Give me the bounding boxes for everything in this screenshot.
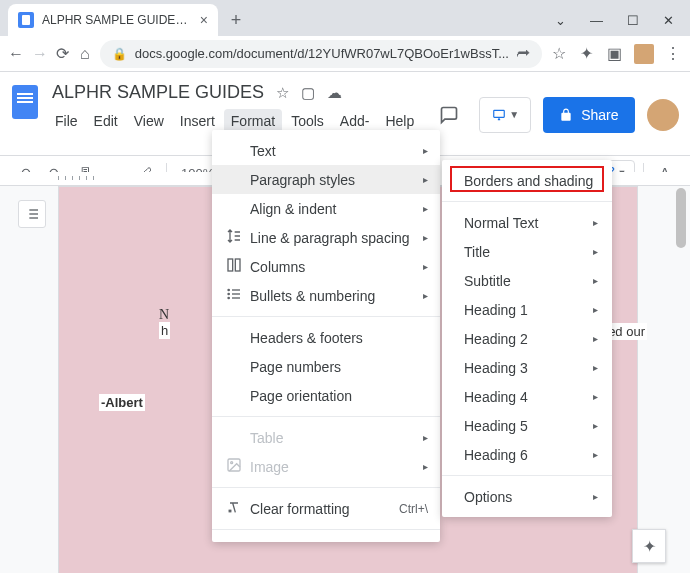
share-label: Share [581,107,618,123]
menu-item-page-orientation[interactable]: Page orientation [212,381,440,410]
submenu-arrow-icon: ▸ [423,461,428,472]
submenu-title[interactable]: Title ▸ [442,237,612,266]
svg-rect-7 [228,259,233,271]
submenu-arrow-icon: ▸ [593,333,598,344]
minimize-icon[interactable]: — [590,13,603,28]
svg-rect-13 [232,293,240,294]
menu-file[interactable]: File [48,109,85,149]
submenu-arrow-icon: ▸ [593,491,598,502]
menu-item-line-spacing[interactable]: Line & paragraph spacing ▸ [212,223,440,252]
submenu-arrow-icon: ▸ [423,232,428,243]
document-title[interactable]: ALPHR SAMPLE GUIDES [48,80,268,105]
browser-tab[interactable]: ALPHR SAMPLE GUIDES - Google × [8,4,218,36]
submenu-heading-4[interactable]: Heading 4 ▸ [442,382,612,411]
svg-point-16 [231,462,233,464]
submenu-heading-3[interactable]: Heading 3 ▸ [442,353,612,382]
menu-view[interactable]: View [127,109,171,149]
svg-rect-8 [235,259,240,271]
extensions-area: ☆ ✦ ▣ ⋮ [550,44,682,64]
submenu-arrow-icon: ▸ [593,420,598,431]
submenu-heading-5[interactable]: Heading 5 ▸ [442,411,612,440]
explore-button[interactable]: ✦ [632,529,666,563]
window-controls: ⌄ — ☐ ✕ [555,13,690,28]
clear-format-icon [226,499,250,518]
share-button[interactable]: Share [543,97,634,133]
svg-rect-0 [494,110,505,117]
line-spacing-icon [226,228,250,247]
submenu-heading-2[interactable]: Heading 2 ▸ [442,324,612,353]
submenu-arrow-icon: ▸ [593,275,598,286]
image-icon [226,457,250,476]
back-button[interactable]: ← [8,42,24,66]
submenu-arrow-icon: ▸ [423,174,428,185]
submenu-subtitle[interactable]: Subtitle ▸ [442,266,612,295]
chrome-menu-icon[interactable]: ⋮ [664,45,682,63]
menu-item-headers-footers[interactable]: Headers & footers [212,323,440,352]
paragraph-styles-submenu: Borders and shading Normal Text ▸ Title … [442,160,612,517]
submenu-heading-1[interactable]: Heading 1 ▸ [442,295,612,324]
profile-avatar-icon[interactable] [634,44,654,64]
home-button[interactable]: ⌂ [78,42,92,66]
submenu-heading-6[interactable]: Heading 6 ▸ [442,440,612,469]
submenu-arrow-icon: ▸ [423,290,428,301]
lock-icon: 🔒 [112,47,127,61]
menu-item-align-indent[interactable]: Align & indent ▸ [212,194,440,223]
submenu-arrow-icon: ▸ [593,449,598,460]
comments-history-icon[interactable] [431,97,467,133]
star-document-icon[interactable]: ☆ [276,84,289,102]
browser-toolbar: ← → ⟳ ⌂ 🔒 docs.google.com/document/d/12Y… [0,36,690,72]
menu-item-text[interactable]: Text ▸ [212,136,440,165]
menu-item-clear-formatting[interactable]: Clear formatting Ctrl+\ [212,494,440,523]
share-url-icon[interactable]: ⮫ [517,46,530,61]
forward-button[interactable]: → [32,42,48,66]
menu-item-image[interactable]: Image ▸ [212,452,440,481]
present-button[interactable]: ▼ [479,97,531,133]
bullets-icon [226,286,250,305]
address-bar[interactable]: 🔒 docs.google.com/document/d/12YUfWR07wL… [100,40,542,68]
user-avatar[interactable] [647,99,679,131]
maximize-icon[interactable]: ☐ [627,13,639,28]
menu-item-columns[interactable]: Columns ▸ [212,252,440,281]
submenu-arrow-icon: ▸ [593,217,598,228]
menu-item-paragraph-styles[interactable]: Paragraph styles ▸ [212,165,440,194]
new-tab-button[interactable]: + [222,6,250,34]
docs-logo[interactable] [12,84,38,120]
close-window-icon[interactable]: ✕ [663,13,674,28]
cloud-status-icon[interactable]: ☁ [327,84,342,102]
svg-point-9 [227,289,230,292]
browser-tab-strip: ALPHR SAMPLE GUIDES - Google × + ⌄ — ☐ ✕ [0,0,690,36]
submenu-arrow-icon: ▸ [423,145,428,156]
menu-item-table[interactable]: Table ▸ [212,423,440,452]
submenu-normal-text[interactable]: Normal Text ▸ [442,208,612,237]
reload-button[interactable]: ⟳ [56,42,70,66]
submenu-arrow-icon: ▸ [593,362,598,373]
submenu-arrow-icon: ▸ [423,432,428,443]
menu-item-bullets-numbering[interactable]: Bullets & numbering ▸ [212,281,440,310]
submenu-borders-shading[interactable]: Borders and shading [442,166,612,195]
docs-favicon [18,12,34,28]
menu-item-page-numbers[interactable]: Page numbers [212,352,440,381]
document-outline-button[interactable] [18,200,46,228]
svg-point-10 [227,293,230,296]
format-dropdown-menu: Text ▸ Paragraph styles ▸ Align & indent… [212,130,440,542]
chevron-down-icon[interactable]: ⌄ [555,13,566,28]
extension-slot-icon[interactable]: ▣ [606,45,624,63]
submenu-arrow-icon: ▸ [423,261,428,272]
tab-close-icon[interactable]: × [200,12,208,28]
svg-rect-14 [232,297,240,298]
submenu-options[interactable]: Options ▸ [442,482,612,511]
vertical-scrollbar[interactable] [674,186,688,573]
doc-text-fragment: h [159,322,170,339]
submenu-arrow-icon: ▸ [423,203,428,214]
columns-icon [226,257,250,276]
tab-title: ALPHR SAMPLE GUIDES - Google [42,13,192,27]
url-text: docs.google.com/document/d/12YUfWR07wL7Q… [135,46,509,61]
menu-shortcut: Ctrl+\ [399,502,428,516]
submenu-arrow-icon: ▸ [593,391,598,402]
submenu-arrow-icon: ▸ [593,304,598,315]
svg-rect-12 [232,289,240,290]
star-icon[interactable]: ☆ [550,45,568,63]
extensions-icon[interactable]: ✦ [578,45,596,63]
move-document-icon[interactable]: ▢ [301,84,315,102]
menu-edit[interactable]: Edit [87,109,125,149]
